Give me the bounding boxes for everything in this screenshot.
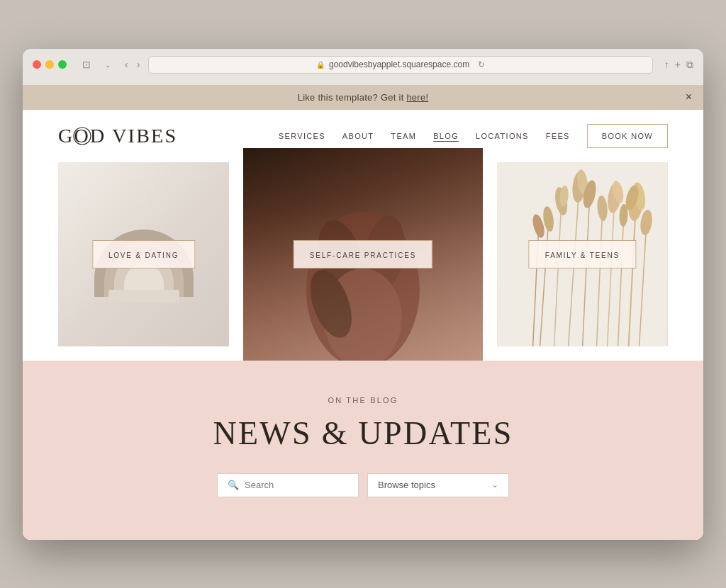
website-content: Like this template? Get it here! × G O D… <box>23 85 703 540</box>
tab-bar <box>33 79 693 85</box>
logo[interactable]: G O D VIBES <box>58 125 177 147</box>
lock-icon: 🔒 <box>316 61 325 69</box>
book-now-button[interactable]: BOOK NOW <box>587 124 668 148</box>
category-love-dating[interactable]: LOVE & DATING <box>58 162 229 346</box>
browser-chrome: ⊡ ⌄ ‹ › 🔒 goodvibesbyapplet.squarespace.… <box>23 49 703 85</box>
self-care-label[interactable]: SELF-CARE PRACTICES <box>294 240 432 268</box>
refresh-icon[interactable]: ↻ <box>478 60 485 70</box>
share-button[interactable]: ↑ <box>664 59 669 71</box>
browser-window: ⊡ ⌄ ‹ › 🔒 goodvibesbyapplet.squarespace.… <box>23 49 703 540</box>
browse-topics-dropdown[interactable]: Browse topics ⌄ <box>367 473 509 497</box>
logo-text-2: D VIBES <box>90 125 177 147</box>
browse-topics-text: Browse topics <box>378 480 435 490</box>
announcement-link[interactable]: here! <box>406 92 428 103</box>
blog-controls: 🔍 Browse topics ⌄ <box>58 473 668 497</box>
announcement-close-button[interactable]: × <box>686 91 692 103</box>
sidebar-toggle-button[interactable]: ⊡ <box>78 57 95 72</box>
chevron-down-icon[interactable]: ⌄ <box>99 57 116 72</box>
search-box[interactable]: 🔍 <box>217 473 359 497</box>
chevron-down-icon: ⌄ <box>491 480 498 490</box>
address-bar[interactable]: 🔒 goodvibesbyapplet.squarespace.com ↻ <box>148 56 652 74</box>
fullscreen-traffic-light[interactable] <box>58 60 67 69</box>
blog-section: ON THE BLOG NEWS & UPDATES 🔍 Browse topi… <box>23 361 703 540</box>
nav-services[interactable]: SERVICES <box>279 132 325 140</box>
announcement-text: Like this template? Get it here! <box>298 92 429 103</box>
browser-controls: ⊡ ⌄ <box>78 57 116 72</box>
minimize-traffic-light[interactable] <box>45 60 54 69</box>
logo-text: G <box>58 125 74 147</box>
categories-section: LOVE & DATING SELF-CARE <box>23 162 703 361</box>
blog-subtitle: ON THE BLOG <box>58 396 668 405</box>
traffic-lights <box>33 60 67 69</box>
back-button[interactable]: ‹ <box>122 57 131 72</box>
family-teens-label-text: FAMILY & TEENS <box>545 251 620 259</box>
nav-blog[interactable]: BLOG <box>433 132 459 140</box>
love-dating-label[interactable]: LOVE & DATING <box>92 240 195 268</box>
category-self-care[interactable]: SELF-CARE PRACTICES <box>243 148 483 361</box>
nav-fees[interactable]: FEES <box>546 132 570 140</box>
announcement-bar: Like this template? Get it here! × <box>23 85 703 110</box>
nav-arrows: ‹ › <box>122 57 143 72</box>
self-care-label-text: SELF-CARE PRACTICES <box>310 251 416 259</box>
love-dating-label-text: LOVE & DATING <box>108 251 179 259</box>
url-text: goodvibesbyapplet.squarespace.com <box>329 60 469 69</box>
nav-team[interactable]: TEAM <box>391 132 416 140</box>
logo-o-special: O <box>74 125 89 147</box>
search-icon: 🔍 <box>228 480 239 491</box>
new-tab-button[interactable]: + <box>675 59 681 71</box>
tabs-button[interactable]: ⧉ <box>686 59 693 71</box>
nav-about[interactable]: ABOUT <box>342 132 374 140</box>
category-family-teens[interactable]: FAMILY & TEENS <box>497 162 668 346</box>
blog-title: NEWS & UPDATES <box>58 414 668 452</box>
search-input[interactable] <box>245 480 348 490</box>
browser-titlebar: ⊡ ⌄ ‹ › 🔒 goodvibesbyapplet.squarespace.… <box>33 56 693 74</box>
browser-actions: ↑ + ⧉ <box>664 59 693 71</box>
nav-links: SERVICES ABOUT TEAM BLOG LOCATIONS FEES … <box>279 124 668 148</box>
close-traffic-light[interactable] <box>33 60 41 69</box>
family-teens-label[interactable]: FAMILY & TEENS <box>529 240 636 268</box>
forward-button[interactable]: › <box>134 57 143 72</box>
nav-locations[interactable]: LOCATIONS <box>476 132 529 140</box>
